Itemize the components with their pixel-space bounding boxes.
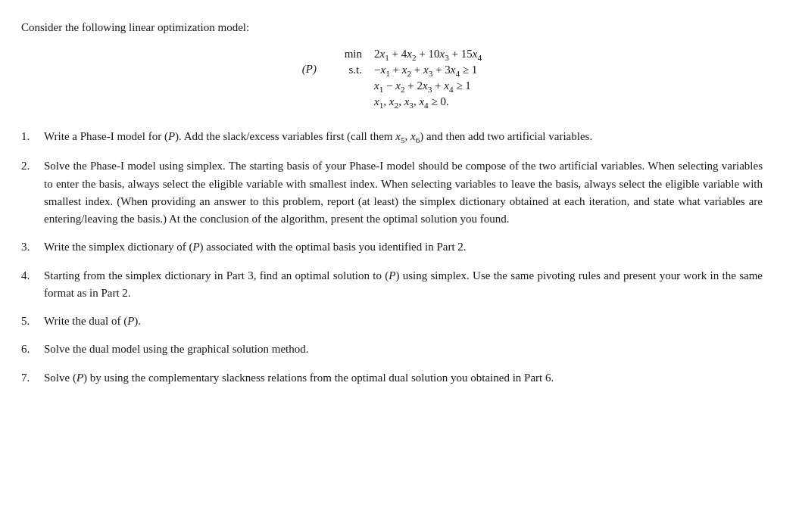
item-3-num: 3. (21, 238, 38, 256)
st-keyword: s.t. (335, 64, 362, 76)
model-system: min 2x1 + 4x2 + 10x3 + 15x4 s.t. −x1 + x… (335, 48, 482, 110)
model-label: (P) (302, 63, 317, 76)
list-item: 5. Write the dual of (P). (21, 313, 763, 330)
constraint-2: x1 − x2 + 2x3 + x4 ≥ 1 (374, 79, 471, 94)
list-item: 4. Starting from the simplex dictionary … (21, 267, 763, 303)
item-2-num: 2. (21, 157, 38, 228)
item-6-num: 6. (21, 341, 38, 358)
item-4-num: 4. (21, 267, 38, 303)
page-content: Consider the following linear optimizati… (21, 21, 763, 387)
list-item: 2. Solve the Phase-I model using simplex… (21, 157, 763, 228)
constraint-1: −x1 + x2 + x3 + 3x4 ≥ 1 (374, 64, 477, 78)
item-6-text: Solve the dual model using the graphical… (44, 341, 763, 358)
item-5-num: 5. (21, 313, 38, 330)
nonnegativity: x1, x2, x3, x4 ≥ 0. (374, 95, 449, 110)
item-1-num: 1. (21, 128, 38, 147)
item-7-num: 7. (21, 369, 38, 387)
item-5-text: Write the dual of (P). (44, 313, 763, 330)
optimization-model: (P) min 2x1 + 4x2 + 10x3 + 15x4 s.t. −x1… (21, 48, 763, 110)
list-item: 6. Solve the dual model using the graphi… (21, 341, 763, 358)
item-7-text: Solve (P) by using the complementary sla… (44, 369, 763, 387)
item-4-text: Starting from the simplex dictionary in … (44, 267, 763, 303)
list-item: 1. Write a Phase-I model for (P). Add th… (21, 128, 763, 147)
list-item: 3. Write the simplex dictionary of (P) a… (21, 238, 763, 256)
min-keyword: min (335, 48, 362, 61)
item-1-text: Write a Phase-I model for (P). Add the s… (44, 128, 763, 147)
item-2-text: Solve the Phase-I model using simplex. T… (44, 157, 763, 228)
list-item: 7. Solve (P) by using the complementary … (21, 369, 763, 387)
item-3-text: Write the simplex dictionary of (P) asso… (44, 238, 763, 256)
objective-expr: 2x1 + 4x2 + 10x3 + 15x4 (374, 48, 482, 62)
intro-text: Consider the following linear optimizati… (21, 21, 763, 34)
problem-list: 1. Write a Phase-I model for (P). Add th… (21, 128, 763, 387)
